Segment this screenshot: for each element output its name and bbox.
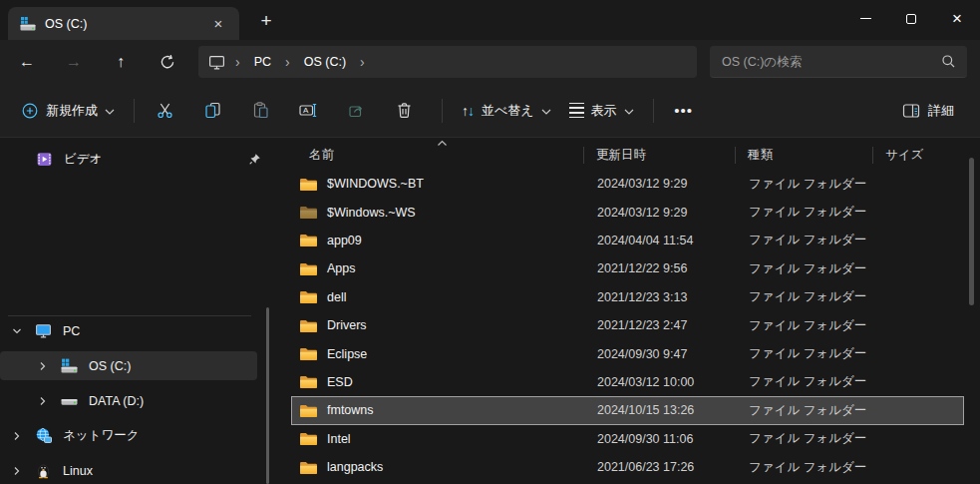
file-date: 2024/03/12 9:29 [585, 177, 737, 191]
rename-button[interactable]: A [288, 93, 328, 129]
view-label: 表示 [591, 102, 617, 120]
file-name: dell [327, 290, 346, 304]
forward-button[interactable]: → [57, 47, 91, 77]
back-button[interactable]: ← [10, 47, 44, 77]
sidebar-scrollbar[interactable] [266, 307, 269, 484]
table-row[interactable]: $WINDOWS.~BT 2024/03/12 9:29 ファイル フォルダー [291, 170, 964, 198]
column-header-type[interactable]: 種類 [735, 147, 872, 164]
breadcrumb-item-pc[interactable]: PC [250, 52, 275, 72]
search-icon[interactable] [941, 54, 956, 69]
file-type: ファイル フォルダー [737, 317, 874, 334]
sidebar-item-videos[interactable]: ビデオ [10, 145, 273, 174]
table-row[interactable]: ESD 2024/03/12 10:00 ファイル フォルダー [291, 368, 964, 396]
main-content: ビデオ PC [0, 138, 980, 484]
table-row[interactable]: $Windows.~WS 2024/03/12 9:29 ファイル フォルダー [291, 198, 964, 226]
column-header-size[interactable]: サイズ [872, 147, 962, 164]
chevron-down-icon [105, 108, 115, 116]
file-type: ファイル フォルダー [737, 260, 874, 277]
file-type: ファイル フォルダー [737, 459, 874, 476]
sidebar-item-os-c[interactable]: OS (C:) [0, 351, 257, 380]
folder-icon [299, 346, 318, 361]
details-pane-icon [902, 103, 921, 119]
chevron-right-icon[interactable] [12, 431, 22, 441]
file-name: ESD [327, 375, 353, 389]
toolbar-separator [653, 99, 654, 123]
new-item-button[interactable]: 新規作成 [12, 93, 124, 129]
refresh-button[interactable] [151, 47, 184, 77]
sidebar-item-data-d[interactable]: DATA (D:) [0, 386, 257, 415]
chevron-right-icon[interactable] [38, 361, 48, 371]
share-button[interactable] [336, 93, 376, 129]
close-icon: × [952, 10, 962, 27]
close-button[interactable]: × [934, 0, 980, 37]
refresh-icon [160, 54, 175, 70]
sidebar-spacer [0, 174, 289, 315]
up-button[interactable]: ↑ [104, 47, 138, 77]
copy-button[interactable] [192, 93, 232, 129]
chevron-down-icon[interactable] [12, 326, 22, 336]
tab-title: OS (C:) [45, 17, 205, 31]
table-row[interactable]: langpacks 2021/06/23 17:26 ファイル フォルダー [291, 453, 964, 481]
sort-button[interactable]: ↑↓ 並べ替え [453, 93, 560, 129]
minimize-button[interactable] [842, 0, 888, 37]
view-button[interactable]: 表示 [560, 93, 643, 129]
drive-icon [61, 392, 78, 409]
toolbar-separator [134, 99, 135, 123]
file-date: 2024/04/04 11:54 [585, 234, 737, 247]
network-icon [35, 427, 52, 444]
sidebar-item-network[interactable]: ネットワーク [0, 421, 257, 450]
folder-icon [299, 318, 318, 333]
sidebar-item-label: ビデオ [64, 151, 102, 168]
file-type: ファイル フォルダー [737, 402, 874, 419]
search-box [710, 46, 967, 78]
folder-icon [299, 460, 318, 475]
sidebar-item-label: OS (C:) [89, 359, 131, 373]
file-type: ファイル フォルダー [737, 288, 874, 305]
sidebar-item-label: DATA (D:) [89, 394, 144, 408]
copy-icon [203, 101, 222, 120]
navigation-pane: ビデオ PC [0, 138, 289, 484]
maximize-button[interactable] [888, 0, 934, 37]
file-name: fmtowns [327, 403, 374, 417]
sidebar-item-linux[interactable]: Linux [0, 456, 257, 484]
file-date: 2024/09/30 11:06 [585, 432, 737, 446]
table-row[interactable]: app09 2024/04/04 11:54 ファイル フォルダー [291, 227, 964, 254]
chevron-right-icon[interactable]: › [350, 55, 375, 69]
explorer-tab[interactable]: OS (C:) × [8, 7, 239, 40]
folder-icon [299, 205, 318, 220]
table-row[interactable]: Drivers 2021/12/23 2:47 ファイル フォルダー [291, 311, 964, 339]
search-input[interactable] [710, 55, 941, 69]
more-options-button[interactable]: ••• [664, 93, 704, 129]
folder-icon [299, 374, 318, 389]
chevron-right-icon: › [225, 55, 250, 69]
paste-button[interactable] [240, 93, 280, 129]
file-list-scrollbar[interactable] [969, 158, 974, 305]
chevron-right-icon[interactable]: › [275, 55, 300, 69]
table-row[interactable]: Intel 2024/09/30 11:06 ファイル フォルダー [291, 425, 964, 453]
file-name: Apps [327, 261, 356, 275]
drive-os-icon [61, 357, 78, 374]
file-list: 名前 更新日時 種類 サイズ $WINDOWS.~BT 2024/03/12 9… [289, 138, 980, 484]
column-header-date[interactable]: 更新日時 [583, 147, 735, 164]
breadcrumb-item-drive[interactable]: OS (C:) [300, 52, 350, 72]
file-date: 2024/09/30 9:47 [585, 347, 737, 361]
column-header-name[interactable]: 名前 [289, 147, 583, 164]
sidebar-item-pc[interactable]: PC [0, 316, 257, 345]
this-pc-icon[interactable] [208, 54, 225, 71]
videos-icon [36, 151, 53, 168]
details-pane-button[interactable]: 詳細 [893, 93, 970, 129]
table-row[interactable]: Eclipse 2024/09/30 9:47 ファイル フォルダー [291, 339, 964, 367]
table-row[interactable]: fmtowns 2024/10/15 13:26 ファイル フォルダー [291, 396, 964, 424]
more-icon: ••• [674, 102, 693, 119]
tab-close-icon[interactable]: × [205, 13, 231, 35]
chevron-right-icon[interactable] [38, 396, 48, 406]
folder-icon [299, 289, 318, 304]
file-date: 2024/03/12 10:00 [585, 375, 737, 389]
cut-button[interactable] [145, 93, 184, 129]
table-row[interactable]: Apps 2021/12/22 9:56 ファイル フォルダー [291, 254, 964, 282]
table-row[interactable]: dell 2021/12/23 3:13 ファイル フォルダー [291, 283, 964, 311]
chevron-right-icon[interactable] [12, 466, 22, 476]
delete-button[interactable] [384, 93, 424, 129]
new-item-label: 新規作成 [46, 102, 98, 120]
new-tab-button[interactable]: + [251, 7, 281, 34]
